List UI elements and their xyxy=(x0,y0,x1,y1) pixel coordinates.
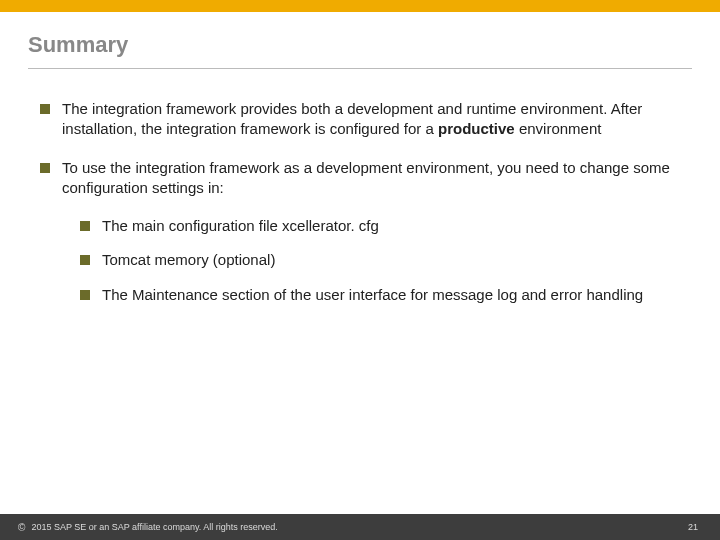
square-bullet-icon xyxy=(80,290,90,300)
copyright-icon: © xyxy=(18,522,25,533)
sub-bullet-text: The main configuration file xcellerator.… xyxy=(102,216,680,236)
sub-bullet-text: The Maintenance section of the user inte… xyxy=(102,285,680,305)
bullet-text-post: environment xyxy=(515,120,602,137)
brand-top-bar xyxy=(0,0,720,12)
square-bullet-icon xyxy=(80,255,90,265)
square-bullet-icon xyxy=(40,104,50,114)
slide-footer: © 2015 SAP SE or an SAP affiliate compan… xyxy=(0,514,720,540)
copyright-text: 2015 SAP SE or an SAP affiliate company.… xyxy=(31,522,277,532)
square-bullet-icon xyxy=(40,163,50,173)
sub-bullet-item: The main configuration file xcellerator.… xyxy=(80,216,680,236)
bullet-strong: productive xyxy=(438,120,515,137)
sub-bullet-item: Tomcat memory (optional) xyxy=(80,250,680,270)
footer-copyright: © 2015 SAP SE or an SAP affiliate compan… xyxy=(18,522,278,533)
bullet-text: The integration framework provides both … xyxy=(62,99,680,140)
sub-bullet-item: The Maintenance section of the user inte… xyxy=(80,285,680,305)
slide-body: The integration framework provides both … xyxy=(0,69,720,305)
page-number: 21 xyxy=(688,522,698,532)
bullet-item: The integration framework provides both … xyxy=(40,99,680,140)
bullet-text: To use the integration framework as a de… xyxy=(62,158,680,199)
bullet-item: To use the integration framework as a de… xyxy=(40,158,680,199)
square-bullet-icon xyxy=(80,221,90,231)
slide-title: Summary xyxy=(0,12,720,68)
sub-bullet-text: Tomcat memory (optional) xyxy=(102,250,680,270)
